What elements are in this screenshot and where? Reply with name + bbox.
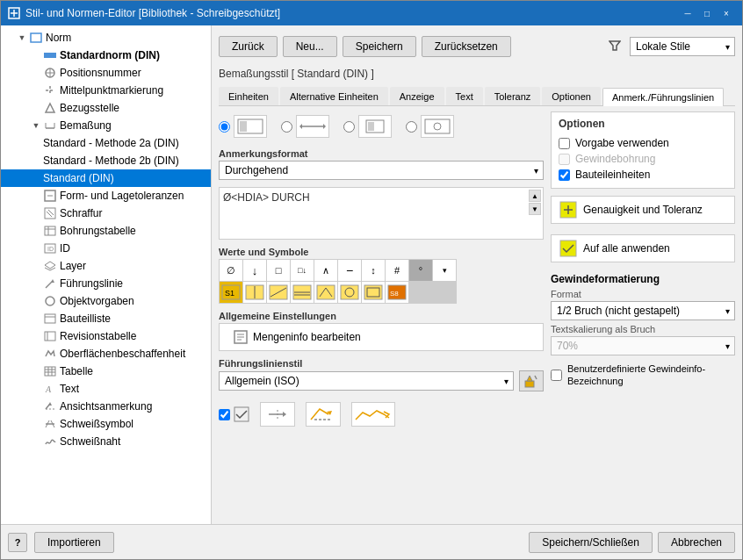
tree-item-text[interactable]: A Text — [1, 380, 211, 398]
anmerkung-textarea[interactable]: Ø<HDIA> DURCH — [223, 191, 539, 235]
sym-diameter[interactable]: ∅ — [220, 260, 242, 281]
sym-arrow-down[interactable]: ↓ — [243, 260, 266, 281]
genauigkeit-btn[interactable]: Genauigkeit und Toleranz — [551, 196, 735, 224]
radio-option-2[interactable] — [281, 115, 329, 138]
new-button[interactable]: Neu... — [283, 36, 337, 57]
tab-text[interactable]: Text — [446, 87, 483, 105]
anmerkungsformat-dropdown[interactable]: Durchgehend — [219, 161, 544, 180]
radio-1[interactable] — [219, 121, 230, 133]
sym-square[interactable]: □ — [267, 260, 290, 281]
tree-item-method2b[interactable]: Standard - Methode 2b (DIN) — [1, 152, 211, 169]
checkbox-1[interactable] — [219, 406, 249, 422]
textskalierung-dropdown[interactable]: 70% — [551, 336, 735, 355]
tree-item-bautelliste[interactable]: Bauteilliste — [1, 310, 211, 327]
tree-item-revisionstabelle[interactable]: Revisionstabelle — [1, 327, 211, 345]
tree-item-ansicht[interactable]: Ansichtsanmerkung — [1, 398, 211, 415]
sym-s5[interactable] — [314, 282, 337, 303]
style-selector[interactable]: Lokale Stile — [630, 37, 735, 56]
tab-alt-einheiten[interactable]: Alternative Einheiten — [280, 87, 388, 105]
scroll-down-btn[interactable]: ▼ — [529, 203, 541, 215]
scroll-up-btn[interactable]: ▲ — [529, 190, 541, 202]
textskalierung-select[interactable]: 70% — [551, 336, 735, 355]
tree-item-schweissnaht[interactable]: Schweißnaht — [1, 433, 211, 450]
benutzerdefinierte-checkbox[interactable]: Benutzerdefinierte Gewindeinfo-Bezeichnu… — [551, 361, 735, 390]
tree-item-norm[interactable]: ▼ Norm — [1, 29, 211, 47]
auf-alle-btn[interactable]: Auf alle anwenden — [551, 234, 735, 262]
tab-optionen[interactable]: Optionen — [542, 87, 601, 105]
sym-updown[interactable]: ↕ — [362, 260, 385, 281]
tree-item-schraffur[interactable]: Schraffur — [1, 205, 211, 222]
sym-s3[interactable] — [267, 282, 290, 303]
import-button[interactable]: Importieren — [34, 532, 114, 553]
tab-anzeige[interactable]: Anzeige — [390, 87, 444, 105]
tree-item-standardnorm[interactable]: Standardnorm (DIN) — [1, 47, 211, 64]
sym-s6[interactable] — [338, 282, 361, 303]
leader-select[interactable]: Allgemein (ISO) — [219, 371, 514, 391]
minimize-button[interactable]: ─ — [679, 5, 696, 21]
expand-icon[interactable]: ▼ — [29, 118, 43, 133]
sym-more[interactable]: ▾ — [433, 260, 456, 281]
tree-item-fuhrungslinie[interactable]: Führungslinie — [1, 275, 211, 292]
radio-option-3[interactable] — [343, 115, 392, 138]
sym-s2[interactable] — [243, 282, 266, 303]
save-close-button[interactable]: Speichern/Schließen — [529, 532, 653, 553]
icon-btn-3[interactable] — [351, 402, 395, 427]
leader-dropdown[interactable]: Allgemein (ISO) — [219, 371, 514, 391]
radio-option-1[interactable] — [219, 115, 267, 138]
tab-anmerk[interactable]: Anmerk./Führungslinien — [602, 88, 724, 106]
bauteileinheiten-checkbox[interactable]: Bauteileinheiten — [559, 167, 727, 183]
icon-btn-1[interactable] — [260, 402, 295, 427]
save-button[interactable]: Speichern — [343, 36, 416, 57]
format-dropdown[interactable]: 1/2 Bruch (nicht gestapelt) — [551, 301, 735, 320]
icon-btn-2[interactable] — [306, 402, 341, 427]
vorgabe-checkbox[interactable]: Vorgabe verwenden — [559, 135, 727, 151]
anmerkungsformat-select[interactable]: Durchgehend — [219, 161, 544, 180]
bauteileinheiten-cb[interactable] — [559, 169, 570, 181]
sym-s8[interactable]: S8 — [386, 282, 408, 303]
tab-einheiten[interactable]: Einheiten — [219, 87, 278, 105]
sym-dash[interactable]: − — [338, 260, 361, 281]
tree-item-positionsnummer[interactable]: Positionsnummer — [1, 64, 211, 82]
tree-item-oberflache[interactable]: Oberflächenbeschaffenheit — [1, 345, 211, 363]
checkbox-icon-row — [219, 398, 544, 430]
format-select[interactable]: 1/2 Bruch (nicht gestapelt) — [551, 301, 735, 320]
tree-item-method2a[interactable]: Standard - Methode 2a (DIN) — [1, 134, 211, 152]
benutzerdefinierte-cb[interactable] — [551, 370, 562, 381]
tab-toleranz[interactable]: Toleranz — [485, 87, 541, 105]
tree-item-tabelle[interactable]: Tabelle — [1, 363, 211, 380]
sym-degree[interactable]: ° — [409, 260, 432, 281]
sym-s4[interactable] — [291, 282, 314, 303]
radio-option-4[interactable] — [406, 115, 454, 138]
sym-hash[interactable]: # — [386, 260, 408, 281]
tree-item-bohrungstabelle[interactable]: Bohrungstabelle — [1, 222, 211, 240]
radio-2[interactable] — [281, 121, 292, 133]
help-button[interactable]: ? — [8, 533, 27, 552]
vorgabe-cb[interactable] — [559, 138, 570, 149]
tree-item-id[interactable]: ID ID — [1, 240, 211, 257]
paint-button[interactable] — [519, 370, 544, 391]
close-button[interactable]: × — [718, 5, 735, 21]
back-button[interactable]: Zurück — [219, 36, 278, 57]
reset-button[interactable]: Zurücksetzen — [422, 36, 511, 57]
tree-item-objektvorgaben[interactable]: Objektvorgaben — [1, 292, 211, 310]
sym-s7[interactable] — [362, 282, 385, 303]
cancel-button[interactable]: Abbrechen — [658, 532, 735, 553]
tree-item-standard-din[interactable]: Standard (DIN) — [1, 169, 211, 187]
tree-item-bezugsstelle[interactable]: Bezugsstelle — [1, 99, 211, 117]
radio-4[interactable] — [406, 121, 417, 133]
gewindebohrung-checkbox[interactable]: Gewindebohrung — [559, 151, 727, 167]
sym-s1[interactable]: S1 — [220, 282, 242, 303]
radio-3[interactable] — [343, 121, 355, 133]
tree-item-form-lage[interactable]: Form- und Lagetoleranzen — [1, 187, 211, 205]
cb1[interactable] — [219, 409, 230, 420]
tree-item-layer[interactable]: Layer — [1, 257, 211, 275]
mengeninfo-btn[interactable]: Mengeninfo bearbeiten — [227, 327, 536, 347]
tree-item-schweisssymbol[interactable]: Schweißsymbol — [1, 415, 211, 433]
sym-caret[interactable]: ∧ — [314, 260, 337, 281]
sym-sq-arrow[interactable]: □↓ — [291, 260, 314, 281]
style-dropdown[interactable]: Lokale Stile — [630, 37, 735, 56]
tree-item-bemasssung[interactable]: ▼ Bemaßung — [1, 117, 211, 134]
maximize-button[interactable]: □ — [698, 5, 716, 21]
tree-item-mittelpunkt[interactable]: Mittelpunktmarkierung — [1, 82, 211, 99]
expand-icon[interactable]: ▼ — [15, 31, 29, 45]
